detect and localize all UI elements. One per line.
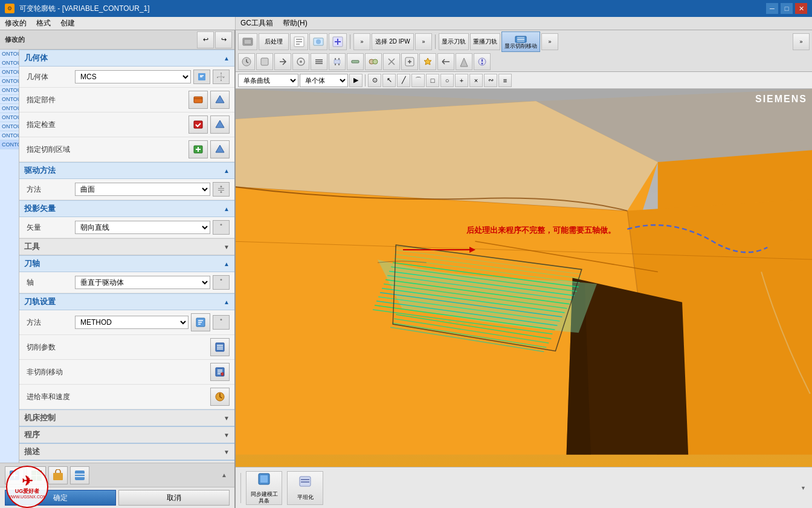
section-description[interactable]: 描述 ▼ [19,443,234,460]
toolpath-method-controls: METHOD [75,313,230,331]
drive-method-settings-btn[interactable] [213,182,230,197]
geometry-select[interactable]: MCS [75,70,191,83]
section-machine-ctrl[interactable]: 机床控制 ▼ [19,409,234,426]
close-button[interactable]: ✕ [795,3,807,14]
feedrate-btn[interactable] [210,388,230,406]
specify-part-btn2[interactable] [210,91,230,109]
toolbar-btn-undo[interactable]: ↩ [197,31,214,48]
specify-cut-area-btn2[interactable] [210,140,230,158]
tb2-btn-sel6[interactable]: + [455,74,468,87]
projection-vector-settings-btn[interactable] [213,220,230,235]
specify-part-btn1[interactable] [188,91,208,109]
tb-btn-r6[interactable] [329,53,346,70]
tb-btn-replay-toolpath[interactable]: 重播刀轨 [470,33,500,50]
section-drive[interactable]: 驱动方法 ▲ [19,162,234,179]
tb-btn-r13[interactable] [456,53,472,70]
bottom-scroll-btn[interactable]: ▼ [799,484,807,492]
cancel-button[interactable]: 取消 [118,490,230,506]
menu-gc-toolbox[interactable]: GC工具箱 [236,17,278,30]
section-projection[interactable]: 投影矢量 ▲ [19,200,234,217]
minimize-button[interactable]: ─ [766,3,778,14]
tb2-btn-sel2[interactable]: ╱ [397,74,410,87]
tb-btn-r14[interactable] [474,53,491,70]
tb-btn-r4[interactable] [292,53,309,70]
toolpath-method-select[interactable]: METHOD [75,316,188,329]
tb-btn-show-cut-move[interactable]: 显示切削移动 [501,31,540,52]
geometry-label: 几何体 [27,72,75,82]
tb-btn-r10[interactable] [401,53,418,70]
bottom-icon-btn4[interactable] [70,466,89,484]
tb2-btn-sel8[interactable]: ∾ [484,74,497,87]
tb-btn-r2[interactable] [256,53,273,70]
tool-axis-select[interactable]: 垂直于驱动体 [75,276,210,289]
tb2-btn-sel3[interactable]: ⌒ [411,74,425,87]
geometry-row: 几何体 MCS [19,67,234,88]
tb-btn-r11[interactable] [419,53,436,70]
tool-axis-settings-btn[interactable] [213,275,230,290]
menu-help[interactable]: 帮助(H) [278,17,312,30]
section-toolaxis[interactable]: 刀轴 ▲ [19,255,234,272]
cut-params-btn[interactable] [210,338,230,356]
tb-btn-r3[interactable] [274,53,291,70]
tb-btn-postproc[interactable]: 后处理 [259,33,289,50]
tb-btn-2dipw[interactable]: 选择 2D IPW [372,33,414,50]
op-list-label-8: ONTOU [0,122,19,131]
tb-btn-expand1[interactable]: » [353,33,370,50]
section-program-label: 程序 [24,429,40,440]
specify-check-btn2[interactable] [210,116,230,134]
tb-btn-expand3[interactable]: » [541,33,558,50]
tb-btn-lathe[interactable] [238,33,257,50]
tb2-btn-filter[interactable]: ⊙ [368,74,381,87]
viewport-3d[interactable]: SIEMENS [236,89,812,467]
specify-cut-area-btn1[interactable] [188,140,208,158]
op-list-label-5: ONTOU [0,95,19,104]
tb2-btn-sel5[interactable]: ○ [440,74,454,87]
tb2-btn-sel4[interactable]: □ [426,74,439,87]
tb2-btn-sel1[interactable]: ↖ [382,74,396,87]
geometry-browse-btn[interactable] [193,70,210,84]
geometry-settings-btn[interactable] [213,70,230,84]
tb-btn-r1[interactable] [238,53,255,70]
section-description-label: 描述 [24,446,40,457]
op-nav-item-1[interactable]: ONTOU... [0,50,19,59]
tb-btn-r5[interactable] [311,53,327,70]
menu-create[interactable]: 创建 [56,17,80,30]
toolpath-method-icon-btn1[interactable] [191,313,210,331]
svg-rect-3 [194,121,202,128]
section-toolpath[interactable]: 刀轨设置 ▲ [19,293,234,310]
tab-flatten[interactable]: 平坦化 [287,471,323,505]
cut-params-controls [75,338,230,356]
section-tool[interactable]: 工具 ▼ [19,238,234,255]
tb-btn-r9[interactable] [383,53,400,70]
projection-vector-select[interactable]: 朝向直线 [75,221,210,234]
section-projection-chevron: ▲ [224,206,230,212]
tb-btn-lathe-view[interactable] [309,33,327,50]
menu-format[interactable]: 格式 [31,17,56,30]
section-machine-ctrl-label: 机床控制 [24,412,56,423]
non-cut-btn[interactable] [210,363,230,381]
tb-btn-show-toolpath[interactable]: 显示刀轨 [439,33,469,50]
tab-sync-modeling[interactable]: 同步建模工具条 [246,471,282,505]
tb-btn-r8[interactable] [365,53,382,70]
tb2-btn-sel9[interactable]: ≡ [498,74,512,87]
body-type-select[interactable]: 单个体 [300,74,348,87]
tb-btn-r12[interactable] [437,53,454,70]
section-geometry-chevron: ▲ [224,55,230,62]
specify-check-btn1[interactable] [188,116,208,134]
tb-btn-r7[interactable] [347,53,364,70]
tb-btn-list[interactable] [290,33,308,50]
watermark-text: UG爱好者 [15,488,40,495]
toolbar-btn-redo[interactable]: ↪ [215,31,232,48]
tb2-btn-sel7[interactable]: × [469,74,483,87]
menu-modify[interactable]: 修改的 [0,17,31,30]
tb2-btn-apply[interactable]: ▶ [349,74,362,87]
tb-btn-postproc2[interactable] [329,33,347,50]
tb-btn-expand2[interactable]: » [415,33,432,50]
section-program[interactable]: 程序 ▼ [19,426,234,443]
toolpath-method-settings-btn[interactable] [213,315,230,330]
curve-type-select[interactable]: 单条曲线 [238,74,298,87]
tb-btn-expand4[interactable]: » [793,33,810,50]
maximize-button[interactable]: □ [781,3,793,14]
section-geometry[interactable]: 几何体 ▲ [19,50,234,67]
drive-method-select[interactable]: 曲面 [75,183,210,196]
